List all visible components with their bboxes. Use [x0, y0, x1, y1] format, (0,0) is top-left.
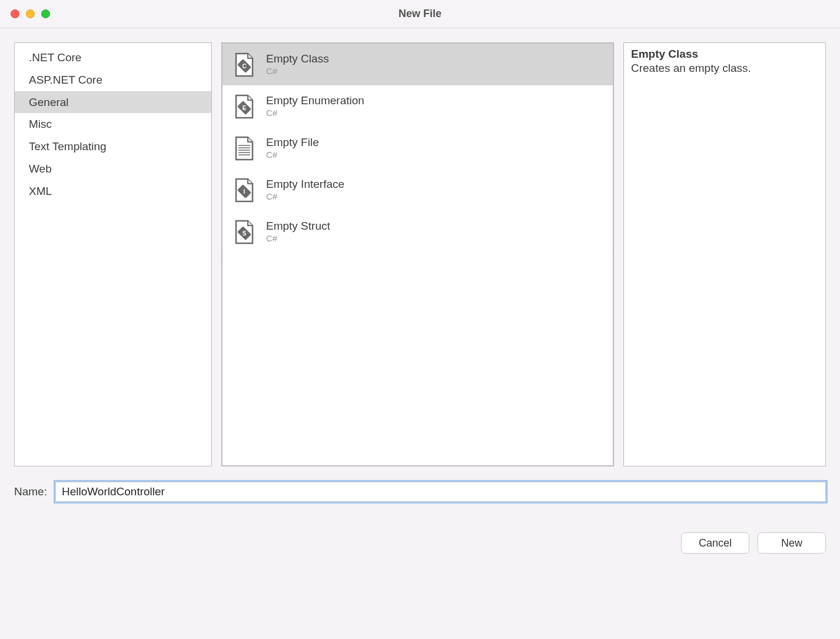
template-title: Empty Class [266, 52, 329, 66]
svg-text:C: C [242, 63, 246, 69]
template-subtitle: C# [266, 108, 364, 119]
template-title: Empty Struct [266, 219, 330, 233]
template-title: Empty Interface [266, 177, 344, 191]
zoom-window-button[interactable] [41, 9, 50, 18]
template-item-empty-interface[interactable]: I Empty Interface C# [223, 169, 613, 211]
window-title: New File [0, 8, 840, 20]
category-panel: .NET Core ASP.NET Core General Misc Text… [14, 42, 212, 466]
template-item-empty-class[interactable]: C Empty Class C# [223, 44, 613, 85]
name-row: Name: [14, 482, 826, 502]
name-input[interactable] [55, 482, 826, 502]
template-subtitle: C# [266, 150, 319, 161]
description-title: Empty Class [631, 48, 818, 61]
description-panel: Empty Class Creates an empty class. [623, 42, 826, 466]
category-item-aspnet-core[interactable]: ASP.NET Core [15, 69, 211, 91]
template-title: Empty File [266, 135, 319, 150]
titlebar: New File [0, 0, 840, 28]
buttons-row: Cancel New [14, 532, 826, 554]
window-controls [0, 9, 50, 18]
text-file-icon [231, 135, 257, 161]
templates-panel: C Empty Class C# E [221, 42, 614, 466]
template-subtitle: C# [266, 66, 329, 77]
svg-text:I: I [243, 188, 245, 195]
category-item-text-templating[interactable]: Text Templating [15, 135, 211, 158]
category-item-xml[interactable]: XML [15, 180, 211, 203]
name-label: Name: [14, 485, 47, 498]
svg-text:S: S [242, 230, 246, 237]
category-item-general[interactable]: General [15, 91, 211, 114]
close-window-button[interactable] [11, 9, 19, 18]
template-item-empty-file[interactable]: Empty File C# [223, 127, 613, 169]
template-subtitle: C# [266, 233, 330, 244]
dialog-content: .NET Core ASP.NET Core General Misc Text… [0, 28, 840, 639]
interface-file-icon: I [231, 177, 257, 203]
category-item-web[interactable]: Web [15, 158, 211, 180]
category-item-misc[interactable]: Misc [15, 113, 211, 135]
enum-file-icon: E [231, 93, 257, 120]
category-item-dotnet-core[interactable]: .NET Core [15, 47, 211, 69]
description-text: Creates an empty class. [631, 62, 818, 75]
template-item-empty-struct[interactable]: S Empty Struct C# [223, 211, 613, 253]
minimize-window-button[interactable] [26, 9, 35, 18]
columns-container: .NET Core ASP.NET Core General Misc Text… [14, 42, 826, 466]
class-file-icon: C [231, 51, 257, 78]
template-subtitle: C# [266, 191, 344, 203]
new-button[interactable]: New [758, 532, 826, 554]
struct-file-icon: S [231, 218, 257, 245]
svg-text:E: E [242, 105, 246, 111]
template-title: Empty Enumeration [266, 94, 364, 108]
cancel-button[interactable]: Cancel [681, 532, 749, 554]
template-item-empty-enumeration[interactable]: E Empty Enumeration C# [223, 85, 613, 127]
